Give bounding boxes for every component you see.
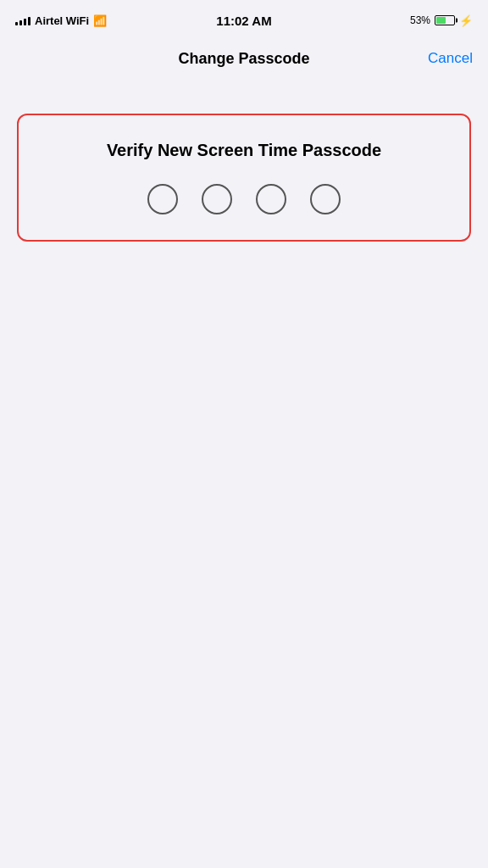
- signal-bar-4: [28, 17, 30, 25]
- status-bar: Airtel WiFi 📶 11:02 AM 53% ⚡: [0, 0, 488, 37]
- nav-title: Change Passcode: [66, 50, 422, 68]
- cancel-button[interactable]: Cancel: [422, 50, 473, 67]
- status-time: 11:02 AM: [216, 14, 271, 28]
- passcode-box: Verify New Screen Time Passcode: [17, 114, 471, 242]
- battery-icon: [435, 15, 455, 25]
- status-right: 53% ⚡: [410, 14, 473, 27]
- battery-percent-label: 53%: [410, 14, 430, 26]
- wifi-icon: 📶: [93, 14, 107, 27]
- passcode-dot-3[interactable]: [256, 184, 286, 214]
- charging-icon: ⚡: [459, 14, 473, 27]
- carrier-label: Airtel WiFi: [35, 14, 89, 27]
- passcode-dots: [147, 184, 341, 214]
- main-content: Verify New Screen Time Passcode: [0, 80, 488, 259]
- passcode-dot-2[interactable]: [202, 184, 232, 214]
- status-left: Airtel WiFi 📶: [15, 14, 107, 27]
- passcode-dot-1[interactable]: [147, 184, 178, 214]
- passcode-dot-4[interactable]: [310, 184, 341, 214]
- signal-bar-2: [19, 20, 22, 25]
- signal-bars: [15, 15, 30, 25]
- battery-fill: [436, 17, 446, 24]
- passcode-title: Verify New Screen Time Passcode: [107, 141, 381, 160]
- signal-bar-3: [24, 19, 26, 25]
- nav-bar: Change Passcode Cancel: [0, 37, 488, 80]
- signal-bar-1: [15, 22, 18, 25]
- battery-body: [435, 15, 455, 25]
